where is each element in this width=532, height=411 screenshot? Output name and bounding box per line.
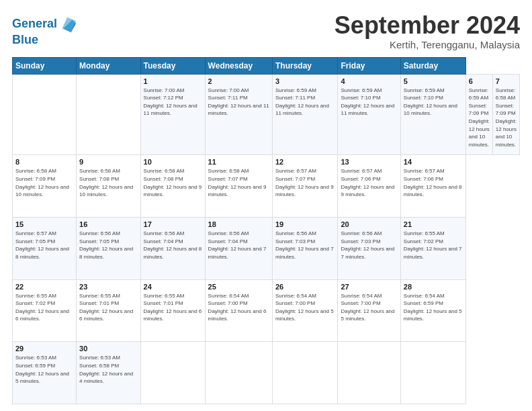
day-info: Sunrise: 6:55 AMSunset: 7:01 PMDaylight:… xyxy=(79,292,138,323)
calendar-cell: 28Sunrise: 6:54 AMSunset: 6:59 PMDayligh… xyxy=(400,279,466,342)
calendar-week-1: 1Sunrise: 7:00 AMSunset: 7:12 PMDaylight… xyxy=(13,74,520,155)
col-header-thursday: Thursday xyxy=(272,57,338,74)
col-header-tuesday: Tuesday xyxy=(140,57,205,74)
day-number: 13 xyxy=(341,158,397,166)
calendar-cell: 25Sunrise: 6:54 AMSunset: 7:00 PMDayligh… xyxy=(205,279,272,342)
col-header-friday: Friday xyxy=(338,57,400,74)
calendar-cell xyxy=(13,74,77,155)
day-info: Sunrise: 6:56 AMSunset: 7:03 PMDaylight:… xyxy=(341,230,397,261)
col-header-monday: Monday xyxy=(77,57,141,74)
day-info: Sunrise: 6:54 AMSunset: 6:59 PMDaylight:… xyxy=(404,292,463,323)
calendar-week-2: 8Sunrise: 6:58 AMSunset: 7:09 PMDaylight… xyxy=(13,155,520,218)
calendar-header: SundayMondayTuesdayWednesdayThursdayFrid… xyxy=(13,57,520,74)
day-number: 15 xyxy=(15,220,73,228)
day-number: 25 xyxy=(208,283,269,291)
day-number: 11 xyxy=(208,158,269,166)
day-info: Sunrise: 6:58 AMSunset: 7:07 PMDaylight:… xyxy=(208,167,269,198)
day-number: 10 xyxy=(144,158,202,166)
calendar-cell: 16Sunrise: 6:56 AMSunset: 7:05 PMDayligh… xyxy=(77,218,141,280)
calendar-cell: 29Sunrise: 6:53 AMSunset: 6:59 PMDayligh… xyxy=(13,342,77,404)
calendar-cell: 4Sunrise: 6:59 AMSunset: 7:10 PMDaylight… xyxy=(338,74,400,155)
calendar-week-3: 15Sunrise: 6:57 AMSunset: 7:05 PMDayligh… xyxy=(13,218,520,280)
day-number: 20 xyxy=(341,220,397,228)
logo-line2: Blue xyxy=(12,34,77,47)
calendar-cell: 20Sunrise: 6:56 AMSunset: 7:03 PMDayligh… xyxy=(338,218,400,280)
day-info: Sunrise: 6:57 AMSunset: 7:05 PMDaylight:… xyxy=(15,230,73,261)
calendar-cell: 27Sunrise: 6:54 AMSunset: 7:00 PMDayligh… xyxy=(338,279,400,342)
day-number: 24 xyxy=(144,283,202,291)
calendar-cell: 19Sunrise: 6:56 AMSunset: 7:03 PMDayligh… xyxy=(272,218,338,280)
calendar-cell xyxy=(140,342,205,404)
location: Kertih, Terengganu, Malaysia xyxy=(335,39,520,50)
logo-icon xyxy=(58,15,77,34)
calendar-cell xyxy=(272,342,338,404)
day-info: Sunrise: 6:54 AMSunset: 7:00 PMDaylight:… xyxy=(341,292,397,323)
day-info: Sunrise: 6:54 AMSunset: 7:00 PMDaylight:… xyxy=(208,292,269,323)
calendar-cell: 24Sunrise: 6:55 AMSunset: 7:01 PMDayligh… xyxy=(140,279,205,342)
calendar-cell: 12Sunrise: 6:57 AMSunset: 7:07 PMDayligh… xyxy=(272,155,338,218)
day-info: Sunrise: 6:59 AMSunset: 7:10 PMDaylight:… xyxy=(404,87,463,118)
day-number: 8 xyxy=(15,158,73,166)
day-number: 7 xyxy=(496,77,517,85)
day-info: Sunrise: 7:00 AMSunset: 7:11 PMDaylight:… xyxy=(208,87,269,118)
calendar-week-5: 29Sunrise: 6:53 AMSunset: 6:59 PMDayligh… xyxy=(13,342,520,404)
day-number: 6 xyxy=(469,77,490,85)
day-info: Sunrise: 6:53 AMSunset: 6:58 PMDaylight:… xyxy=(79,354,138,385)
calendar-cell: 30Sunrise: 6:53 AMSunset: 6:58 PMDayligh… xyxy=(77,342,141,404)
col-header-saturday: Saturday xyxy=(400,57,466,74)
day-info: Sunrise: 6:57 AMSunset: 7:07 PMDaylight:… xyxy=(275,167,335,198)
calendar-cell: 11Sunrise: 6:58 AMSunset: 7:07 PMDayligh… xyxy=(205,155,272,218)
page: General Blue September 2024 Kertih, Tere… xyxy=(0,0,532,411)
calendar-cell xyxy=(400,342,466,404)
day-info: Sunrise: 6:59 AMSunset: 7:11 PMDaylight:… xyxy=(275,87,335,118)
day-number: 21 xyxy=(404,220,463,228)
day-number: 12 xyxy=(275,158,335,166)
col-header-sunday: Sunday xyxy=(13,57,77,74)
day-number: 4 xyxy=(341,77,397,85)
col-header-wednesday: Wednesday xyxy=(205,57,272,74)
day-info: Sunrise: 6:58 AMSunset: 7:09 PMDaylight:… xyxy=(15,167,73,198)
calendar-cell: 10Sunrise: 6:58 AMSunset: 7:08 PMDayligh… xyxy=(140,155,205,218)
day-info: Sunrise: 6:57 AMSunset: 7:06 PMDaylight:… xyxy=(404,167,463,198)
day-number: 1 xyxy=(144,77,202,85)
calendar-cell xyxy=(205,342,272,404)
day-info: Sunrise: 6:58 AMSunset: 7:08 PMDaylight:… xyxy=(144,167,202,198)
day-info: Sunrise: 6:55 AMSunset: 7:01 PMDaylight:… xyxy=(144,292,202,323)
day-info: Sunrise: 6:56 AMSunset: 7:04 PMDaylight:… xyxy=(144,230,202,261)
day-number: 19 xyxy=(275,220,335,228)
calendar-cell: 6Sunrise: 6:59 AMSunset: 7:09 PMDaylight… xyxy=(466,74,492,155)
day-number: 3 xyxy=(275,77,335,85)
day-info: Sunrise: 6:56 AMSunset: 7:03 PMDaylight:… xyxy=(275,230,335,261)
header: General Blue September 2024 Kertih, Tere… xyxy=(12,12,520,50)
day-info: Sunrise: 6:56 AMSunset: 7:04 PMDaylight:… xyxy=(208,230,269,261)
logo-text: General xyxy=(12,17,57,31)
calendar-cell: 22Sunrise: 6:55 AMSunset: 7:02 PMDayligh… xyxy=(13,279,77,342)
logo: General Blue xyxy=(12,15,77,47)
calendar-week-4: 22Sunrise: 6:55 AMSunset: 7:02 PMDayligh… xyxy=(13,279,520,342)
calendar-cell: 2Sunrise: 7:00 AMSunset: 7:11 PMDaylight… xyxy=(205,74,272,155)
day-number: 28 xyxy=(404,283,463,291)
day-number: 29 xyxy=(15,345,73,353)
day-number: 5 xyxy=(404,77,463,85)
calendar-cell: 1Sunrise: 7:00 AMSunset: 7:12 PMDaylight… xyxy=(140,74,205,155)
calendar-cell: 8Sunrise: 6:58 AMSunset: 7:09 PMDaylight… xyxy=(13,155,77,218)
day-info: Sunrise: 6:57 AMSunset: 7:06 PMDaylight:… xyxy=(341,167,397,198)
day-info: Sunrise: 6:59 AMSunset: 7:10 PMDaylight:… xyxy=(341,87,397,118)
calendar-cell: 17Sunrise: 6:56 AMSunset: 7:04 PMDayligh… xyxy=(140,218,205,280)
calendar-cell: 3Sunrise: 6:59 AMSunset: 7:11 PMDaylight… xyxy=(272,74,338,155)
day-info: Sunrise: 6:59 AMSunset: 7:09 PMDaylight:… xyxy=(469,87,490,149)
calendar-cell: 9Sunrise: 6:58 AMSunset: 7:08 PMDaylight… xyxy=(77,155,141,218)
svg-marker-1 xyxy=(62,17,77,32)
calendar-cell: 26Sunrise: 6:54 AMSunset: 7:00 PMDayligh… xyxy=(272,279,338,342)
calendar-cell xyxy=(77,74,141,155)
calendar-cell: 5Sunrise: 6:59 AMSunset: 7:10 PMDaylight… xyxy=(400,74,466,155)
day-info: Sunrise: 7:00 AMSunset: 7:12 PMDaylight:… xyxy=(144,87,202,118)
month-title: September 2024 xyxy=(335,12,520,39)
day-number: 14 xyxy=(404,158,463,166)
day-info: Sunrise: 6:58 AMSunset: 7:09 PMDaylight:… xyxy=(496,87,517,149)
calendar-cell: 21Sunrise: 6:55 AMSunset: 7:02 PMDayligh… xyxy=(400,218,466,280)
calendar-body: 1Sunrise: 7:00 AMSunset: 7:12 PMDaylight… xyxy=(13,74,520,404)
day-number: 26 xyxy=(275,283,335,291)
calendar-cell xyxy=(338,342,400,404)
calendar-cell: 23Sunrise: 6:55 AMSunset: 7:01 PMDayligh… xyxy=(77,279,141,342)
